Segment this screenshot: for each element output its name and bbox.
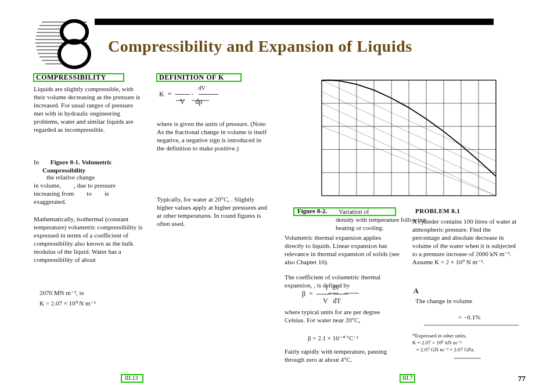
beta-value: β = 2.1 × 10⁻⁴ °C⁻¹ bbox=[308, 335, 359, 342]
fig2-note: Fairly rapidly with temperature, passing… bbox=[285, 347, 401, 364]
bottom-ref-right: III.7 bbox=[402, 375, 413, 381]
page: Compressibility and Expansion of Liquids… bbox=[0, 0, 554, 392]
col1-eq-b: K = 2.07 × 10⁹ N m⁻² bbox=[39, 300, 96, 307]
k-equation-sup: dV bbox=[159, 85, 206, 91]
section-heading-compressibility: COMPRESSIBILITY bbox=[36, 73, 106, 82]
fig2-p3: where typical units for are per degree C… bbox=[285, 308, 401, 324]
col2-para2: Typically, for water at 20°C, . Slightly… bbox=[157, 195, 267, 228]
bottom-ref-left: III.13 bbox=[125, 375, 138, 381]
col1-para2: Mathematically, isothermal (constant tem… bbox=[34, 215, 144, 264]
col1-fig1-rest: the relative change in volume, , due to … bbox=[34, 173, 116, 206]
answer-line1: The change in volume bbox=[412, 297, 472, 304]
section-heading-k: DEFINITION OF K bbox=[159, 73, 224, 82]
answer-label: A bbox=[413, 287, 419, 296]
problem-heading: PROBLEM 8.1 bbox=[415, 207, 461, 214]
beta-equation-sup: 1 dV bbox=[302, 285, 340, 291]
page-title: Compressibility and Expansion of Liquids bbox=[108, 37, 412, 56]
col1-eq-a: 2070 MN m⁻², ie bbox=[39, 289, 85, 297]
answer-calc: = −0.1% bbox=[447, 314, 480, 321]
col2-where: where is given the units of pressure. (N… bbox=[157, 120, 267, 152]
fig8-2-label: Figure 8-2. bbox=[297, 207, 327, 214]
density-chart bbox=[322, 80, 496, 196]
fig2-p1: Volumetric thermal expansion applies dir… bbox=[285, 233, 401, 266]
col1-fig1-ref: In bbox=[34, 158, 39, 166]
problem-text: A cylinder contains 100 litres of water … bbox=[412, 217, 520, 266]
footnote: *Expressed in other units, K = 2.07 × 10… bbox=[412, 332, 474, 353]
svg-rect-0 bbox=[95, 19, 494, 25]
chapter-8-logo bbox=[35, 21, 89, 67]
k-equation: K = ─── · ──── V dp bbox=[159, 91, 220, 106]
fig8-1-label: Figure 8-1. Volumetric Compressibility bbox=[42, 158, 112, 174]
beta-equation: β = ─── ─── V dT bbox=[302, 290, 350, 304]
page-number: 77 bbox=[518, 374, 526, 383]
col1-intro: Liquids are slightly compressible, with … bbox=[34, 85, 144, 134]
